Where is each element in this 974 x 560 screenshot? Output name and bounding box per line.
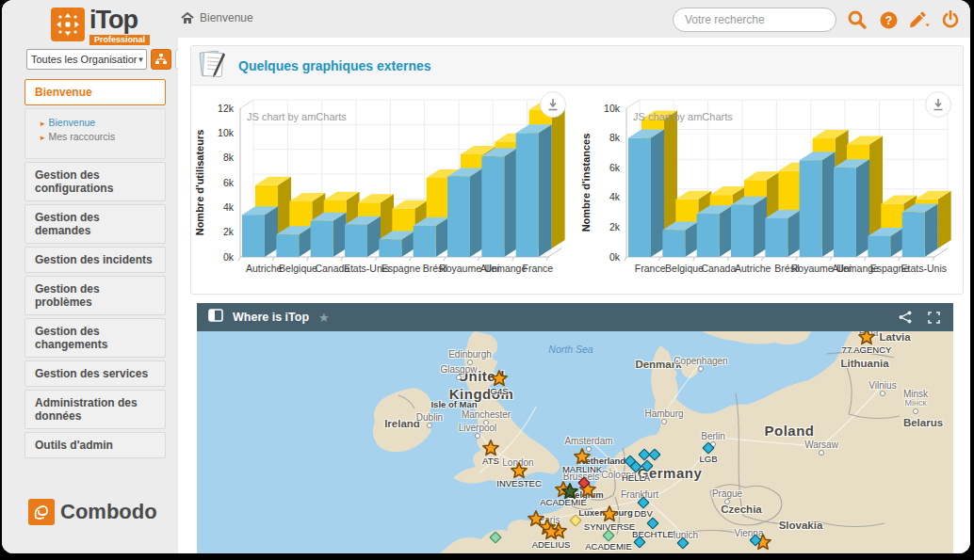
map-label: Copenhagen [674, 356, 727, 366]
map-diamond-marker[interactable] [677, 537, 690, 550]
x-axis-label: Autriche [734, 263, 771, 274]
map-marker-label: HELLA [622, 472, 650, 483]
map-diamond-marker[interactable] [570, 515, 582, 527]
x-axis-label: Etats-Unis [901, 263, 946, 274]
logo-text: iTop [89, 6, 138, 34]
edit-pencil-icon[interactable] [909, 9, 930, 30]
chart-users: 0k2k4k6k8k10k12kAutricheBelgiqueCanadaEt… [191, 86, 577, 294]
city-dot [724, 499, 730, 504]
chart-bar[interactable] [242, 206, 278, 257]
map-label: Ireland [384, 418, 420, 429]
map-label: Isle of Man [430, 399, 477, 409]
sidebar-menu-item[interactable]: Gestion des changements [24, 318, 166, 358]
sidebar-menu-item[interactable]: Bienvenue [24, 79, 166, 105]
sidebar-menu-item[interactable]: Outils d'admin [24, 432, 166, 458]
notepad-pen-icon [197, 49, 229, 83]
shortcut-link[interactable]: ▸Bienvenue [41, 117, 159, 128]
map-diamond-marker[interactable] [630, 461, 642, 473]
map-marker-label: MARLINK [562, 464, 602, 474]
map-diamond-marker[interactable] [703, 442, 715, 455]
map-label: Manchester [462, 409, 511, 420]
chart-bar[interactable] [447, 168, 483, 257]
map-diamond-marker[interactable] [578, 477, 591, 489]
chevron-down-icon: ▼ [138, 56, 145, 64]
city-dot [819, 450, 824, 456]
map-star-marker[interactable] [858, 331, 875, 345]
chart-bar[interactable] [414, 217, 449, 257]
map-label: Warsaw [804, 440, 838, 450]
map-label: Slovakia [779, 520, 823, 531]
map-diamond-marker[interactable] [638, 497, 650, 509]
chart-bar[interactable] [765, 210, 801, 257]
chart-bar[interactable] [662, 222, 698, 257]
map-star-marker[interactable] [511, 462, 528, 479]
map-label: Dublin [416, 412, 443, 423]
x-axis-label: Autriche [246, 263, 283, 274]
map-star-marker[interactable] [482, 440, 499, 456]
chart-bar[interactable] [834, 159, 869, 257]
sidebar-menu: Bienvenue▸Bienvenue▸Mes raccourcisGestio… [24, 79, 166, 461]
logout-power-icon[interactable] [940, 9, 961, 30]
sidebar-menu-item[interactable]: Gestion des problèmes [24, 276, 166, 315]
sidebar-menu-item[interactable]: Gestion des configurations [24, 162, 166, 201]
sidebar-menu-item[interactable]: Gestion des services [24, 360, 166, 387]
map-diamond-marker[interactable] [641, 460, 654, 472]
combodo-logo[interactable]: Combodo [28, 499, 157, 525]
map-diamond-marker[interactable] [750, 535, 762, 547]
map-label: Lithuania [840, 358, 888, 369]
chart-bar[interactable] [628, 130, 664, 257]
map-label: Amsterdam [564, 436, 612, 446]
map-star-marker[interactable] [561, 483, 578, 500]
share-icon[interactable] [891, 311, 919, 324]
sidebar: iTop Professional Toutes les Organisatio… [2, 0, 178, 553]
svg-text:8k: 8k [609, 132, 620, 143]
download-chart-button[interactable] [925, 91, 951, 118]
map-label: Poland [764, 423, 814, 439]
charts-panel-title: Quelques graphiques externes [238, 58, 431, 73]
europe-map[interactable]: North SeaUnited KingdomGermanyPolandIrel… [197, 331, 953, 553]
map-diamond-marker[interactable] [647, 518, 659, 530]
map-label: Latvia [879, 331, 910, 343]
map-star-marker[interactable] [543, 523, 560, 540]
chart-bar[interactable] [901, 204, 937, 257]
chart-bar[interactable] [799, 152, 835, 257]
app-logo[interactable]: iTop Professional [51, 8, 150, 45]
help-icon[interactable]: ? [878, 9, 899, 30]
chart-bar[interactable] [311, 213, 347, 257]
app-window: Bienvenue ? [2, 0, 970, 553]
breadcrumb[interactable]: Bienvenue [181, 11, 253, 24]
favorite-star-icon[interactable]: ★ [318, 311, 330, 325]
map-star-marker[interactable] [601, 505, 618, 522]
map-diamond-marker[interactable] [634, 536, 646, 549]
map-marker-label: INVESTEC [496, 478, 542, 488]
y-axis-title: Nombre d'utilisateurs [194, 130, 205, 236]
shortcut-link[interactable]: ▸Mes raccourcis [41, 131, 159, 142]
chart-bar[interactable] [696, 205, 732, 257]
city-dot [880, 391, 885, 396]
organization-select[interactable]: Toutes les Organisatior ▼ [26, 49, 147, 70]
svg-text:10k: 10k [218, 127, 235, 138]
download-chart-button[interactable] [540, 91, 566, 118]
fullscreen-icon[interactable] [919, 312, 948, 324]
chart-bar[interactable] [481, 148, 517, 257]
chart-bar[interactable] [345, 216, 381, 257]
map-star-marker[interactable] [491, 370, 508, 387]
search-icon[interactable] [847, 9, 868, 30]
sidebar-menu-item[interactable]: Gestion des demandes [24, 204, 166, 244]
panel-toggle-icon[interactable] [208, 309, 223, 326]
sidebar-menu-item[interactable]: Gestion des incidents [24, 247, 166, 273]
org-tree-button[interactable] [151, 49, 171, 70]
chart-bar[interactable] [731, 197, 767, 257]
sidebar-menu-item[interactable]: Administration des données [24, 390, 166, 429]
chart-bar[interactable] [516, 124, 552, 257]
map-diamond-marker[interactable] [603, 530, 615, 542]
map-star-marker[interactable] [574, 448, 591, 465]
map-label: Minsk [903, 389, 928, 399]
svg-text:6k: 6k [609, 162, 620, 173]
search-input[interactable] [673, 8, 836, 32]
home-icon [181, 12, 194, 24]
map-label: Glasgow [441, 364, 478, 375]
map-diamond-marker[interactable] [490, 532, 502, 544]
svg-text:0k: 0k [223, 251, 235, 263]
svg-text:12k: 12k [218, 103, 235, 114]
